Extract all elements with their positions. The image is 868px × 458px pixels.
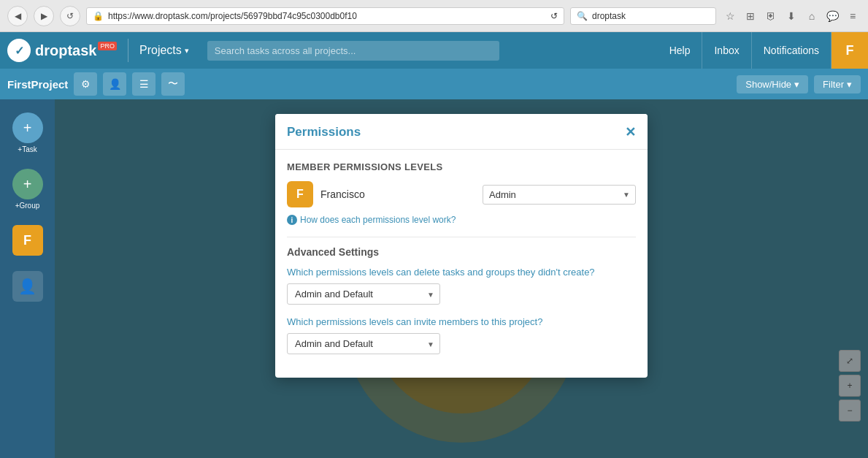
permission-select[interactable]: Admin Default Read Only xyxy=(483,185,636,205)
add-task-label: +Task xyxy=(18,145,37,153)
invite-question-label: Which permissions levels can invite memb… xyxy=(287,316,636,327)
refresh-button[interactable]: ↺ xyxy=(60,6,80,26)
user-f-badge: F xyxy=(12,225,43,256)
notifications-link[interactable]: Notifications xyxy=(752,32,831,69)
header-nav-links: Help Inbox Notifications xyxy=(658,32,831,69)
header-user-initial: F xyxy=(846,43,854,58)
delete-permissions-row: Which permissions levels can delete task… xyxy=(287,267,636,305)
logo-icon: ✓ xyxy=(7,39,31,62)
divider xyxy=(287,237,636,237)
url-bar[interactable]: 🔒 https://www.droptask.com/projects/5697… xyxy=(86,7,564,25)
notifications-label: Notifications xyxy=(764,45,819,56)
modal-overlay: Permissions ✕ Member Permissions Levels … xyxy=(55,99,868,458)
browser-chrome: ◀ ▶ ↺ 🔒 https://www.droptask.com/project… xyxy=(0,0,868,32)
main-area: + +Task + +Group F 👤 xyxy=(0,99,868,458)
logo-check: ✓ xyxy=(15,44,24,58)
bookmark-button[interactable]: ⊞ xyxy=(742,8,758,24)
filter-arrow: ▾ xyxy=(847,79,852,90)
invite-dropdown-wrapper: Admin and Default Admin only Default onl… xyxy=(287,333,440,354)
user-initial: F xyxy=(23,233,31,248)
home-button[interactable]: ⌂ xyxy=(804,8,820,24)
download-button[interactable]: ⬇ xyxy=(783,8,799,24)
task-plus-icon: + xyxy=(23,120,32,137)
logo-pro-badge: PRO xyxy=(98,42,117,50)
forward-icon: ▶ xyxy=(41,11,47,21)
menu-button[interactable]: ≡ xyxy=(845,8,861,24)
add-group-label: +Group xyxy=(15,202,40,210)
app-header: ✓ droptask PRO Projects ▾ Help Inbox Not… xyxy=(0,32,868,69)
delete-question-label: Which permissions levels can delete task… xyxy=(287,267,636,278)
settings-icon: ⚙ xyxy=(81,78,91,90)
delete-dropdown-wrapper: Admin and Default Admin only Default onl… xyxy=(287,283,440,305)
activity-button[interactable]: 〜 xyxy=(161,72,185,96)
add-task-button[interactable]: + +Task xyxy=(7,107,47,159)
permission-select-wrapper: Admin Default Read Only xyxy=(483,185,636,205)
refresh-icon: ↺ xyxy=(66,11,74,21)
back-button[interactable]: ◀ xyxy=(7,6,28,26)
logo-area: ✓ droptask PRO xyxy=(7,39,128,62)
invite-permissions-row: Which permissions levels can invite memb… xyxy=(287,316,636,354)
back-icon: ◀ xyxy=(15,11,21,21)
filter-label: Filter xyxy=(823,79,844,90)
task-icon-circle: + xyxy=(12,112,43,143)
header-avatar[interactable]: F xyxy=(831,32,868,69)
add-user-icon: 👤 xyxy=(18,278,37,295)
shield-button[interactable]: ⛨ xyxy=(763,8,779,24)
help-link-text: How does each permissions level work? xyxy=(300,215,456,225)
add-member-button[interactable]: 👤 xyxy=(7,265,47,308)
lock-icon: 🔒 xyxy=(93,11,104,21)
member-initial: F xyxy=(296,188,304,201)
settings-button[interactable]: ⚙ xyxy=(74,72,97,96)
help-permissions-link[interactable]: i How does each permissions level work? xyxy=(287,215,636,225)
logo-text: droptask xyxy=(35,42,96,59)
star-button[interactable]: ☆ xyxy=(722,8,738,24)
help-link[interactable]: Help xyxy=(658,32,703,69)
projects-nav[interactable]: Projects ▾ xyxy=(128,44,200,57)
inbox-label: Inbox xyxy=(714,45,739,56)
sub-header: FirstProject ⚙ 👤 ☰ 〜 Show/Hide ▾ Filter … xyxy=(0,69,868,99)
list-view-button[interactable]: ☰ xyxy=(132,72,155,96)
person-icon: 👤 xyxy=(109,78,121,90)
browser-toolbar-icons: ☆ ⊞ ⛨ ⬇ ⌂ 💬 ≡ xyxy=(722,8,861,24)
projects-dropdown-arrow: ▾ xyxy=(185,46,189,56)
member-name: Francisco xyxy=(320,188,475,200)
header-search[interactable] xyxy=(207,41,650,61)
add-group-button[interactable]: + +Group xyxy=(7,163,47,215)
modal-header: Permissions ✕ xyxy=(275,114,648,150)
member-permissions-title: Member Permissions Levels xyxy=(287,161,636,172)
modal-body: Member Permissions Levels F Francisco Ad… xyxy=(275,150,648,378)
show-hide-button[interactable]: Show/Hide ▾ xyxy=(737,75,808,93)
inbox-link[interactable]: Inbox xyxy=(702,32,751,69)
member-avatar: F xyxy=(287,181,313,207)
modal-close-button[interactable]: ✕ xyxy=(625,124,636,140)
user-badge-button[interactable]: F xyxy=(7,219,47,262)
help-label: Help xyxy=(669,45,691,56)
add-member-icon: 👤 xyxy=(12,271,43,302)
invite-permissions-select[interactable]: Admin and Default Admin only Default onl… xyxy=(287,333,440,354)
list-icon: ☰ xyxy=(139,78,149,90)
content-area: Require-ments 29 Feb ⤢ + − P xyxy=(55,99,868,458)
group-plus-icon: + xyxy=(23,176,32,193)
forward-button[interactable]: ▶ xyxy=(34,6,54,26)
header-search-input[interactable] xyxy=(207,41,499,61)
delete-permissions-select[interactable]: Admin and Default Admin only Default onl… xyxy=(287,283,440,305)
members-button[interactable]: 👤 xyxy=(103,72,126,96)
projects-label: Projects xyxy=(139,44,182,57)
group-icon-circle: + xyxy=(12,169,43,199)
browser-search-value: droptask xyxy=(592,11,626,21)
activity-icon: 〜 xyxy=(168,77,178,91)
modal-title: Permissions xyxy=(287,125,361,140)
advanced-settings-title: Advanced Settings xyxy=(287,246,636,258)
show-hide-label: Show/Hide xyxy=(745,79,791,90)
sidebar: + +Task + +Group F 👤 xyxy=(0,99,55,458)
info-icon: i xyxy=(287,215,297,225)
chat-button[interactable]: 💬 xyxy=(824,8,840,24)
project-title: FirstProject xyxy=(7,78,68,91)
search-icon: 🔍 xyxy=(577,11,588,21)
browser-search-bar[interactable]: 🔍 droptask xyxy=(570,7,716,25)
member-row: F Francisco Admin Default Read Only xyxy=(287,181,636,207)
reload-icon: ↺ xyxy=(550,11,558,21)
show-hide-arrow: ▾ xyxy=(794,79,799,90)
filter-button[interactable]: Filter ▾ xyxy=(814,75,861,93)
permissions-modal: Permissions ✕ Member Permissions Levels … xyxy=(275,114,648,378)
